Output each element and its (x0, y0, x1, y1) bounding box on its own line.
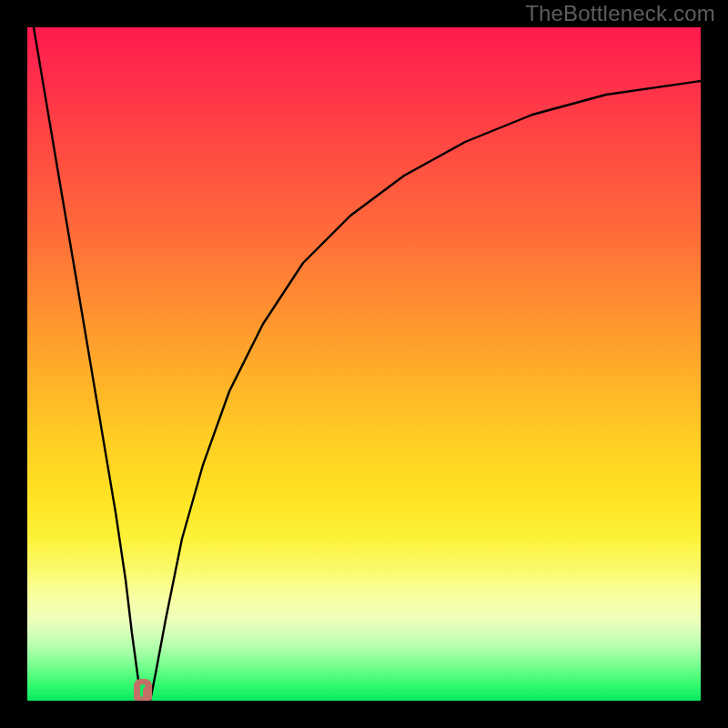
curve-left-branch (34, 27, 141, 701)
attribution-watermark: TheBottleneck.com (525, 1, 715, 26)
bottleneck-curve (27, 27, 701, 701)
curve-right-branch (150, 81, 701, 701)
optimum-marker (134, 679, 152, 701)
optimum-marker-notch (140, 684, 146, 697)
chart-canvas: TheBottleneck.com (0, 0, 728, 728)
plot-area (27, 27, 701, 701)
